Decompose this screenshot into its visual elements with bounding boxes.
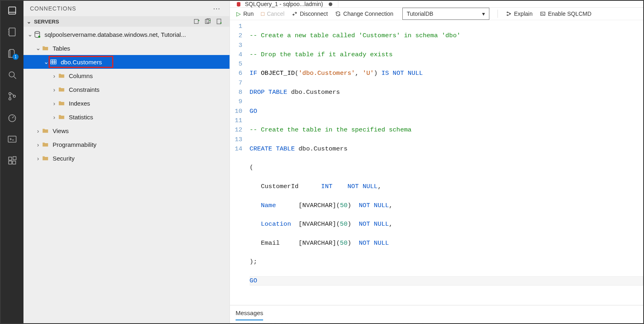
svg-rect-15 [9,161,12,164]
sqlcmd-icon [540,11,546,17]
message-timestamp: 12:16:03 PM [240,323,288,324]
stop-icon: □ [261,11,264,17]
folder-icon [57,99,66,107]
change-connection-icon [335,11,341,17]
explorer-badge: 1 [13,54,19,60]
highlight-annotation [49,56,113,68]
security-label: Security [53,155,74,162]
tab-title: SQLQuery_1 - sqlpoo...ladmin) [245,1,323,7]
line-number-gutter: 1234567891011121314 [230,20,250,297]
extensions-icon[interactable] [6,155,18,166]
server-node[interactable]: ⌄ sqlpoolservername.database.windows.net… [23,28,230,41]
messages-panel: Messages 12:16:03 PM Started executing q… [230,305,643,324]
security-node[interactable]: › Security [23,151,230,165]
columns-node[interactable]: › Columns [23,69,230,83]
disconnect-button[interactable]: Disconnect [292,11,328,17]
query-toolbar: ▷Run □Cancel Disconnect Change Connectio… [230,8,643,20]
new-group-icon[interactable] [204,18,212,25]
statistics-node[interactable]: › Statistics [23,110,230,124]
code-editor[interactable]: 1234567891011121314 -- Create a new tabl… [230,20,643,297]
svg-rect-21 [217,19,221,24]
enable-sqlcmd-button[interactable]: Enable SQLCMD [540,11,591,17]
views-node[interactable]: › Views [23,124,230,138]
folder-icon [41,127,49,135]
svg-rect-34 [540,12,545,15]
run-button[interactable]: ▷Run [236,11,254,17]
change-connection-button[interactable]: Change Connection [335,11,393,17]
database-icon [236,1,242,7]
indexes-label: Indexes [69,100,90,107]
disconnect-icon [292,11,298,17]
connections-tree: ⌄ sqlpoolservername.database.windows.net… [23,27,230,323]
tab-sqlquery1[interactable]: SQLQuery_1 - sqlpoo...ladmin) [230,1,338,7]
statistics-label: Statistics [69,114,93,121]
indexes-node[interactable]: › Indexes [23,96,230,110]
svg-point-6 [9,72,14,77]
views-label: Views [53,127,69,134]
programmability-node[interactable]: › Programmability [23,138,230,151]
cancel-button[interactable]: □Cancel [261,11,285,17]
svg-point-9 [9,98,11,100]
editor-area: SQLQuery_1 - sqlpoo...ladmin) ▷Run □Canc… [230,1,643,323]
folder-icon [57,113,66,121]
svg-point-22 [220,22,221,23]
new-connection-icon[interactable] [193,18,200,25]
explorer-icon[interactable]: 1 [6,48,18,59]
svg-rect-14 [9,157,12,160]
svg-point-33 [510,13,510,14]
programmability-label: Programmability [53,141,96,148]
play-icon: ▷ [236,11,241,17]
terminal-icon[interactable] [6,133,18,145]
server-label: sqlpoolservername.database.windows.net, … [45,31,186,38]
messages-body: 12:16:03 PM Started executing query at L… [230,320,643,324]
sidebar-title: CONNECTIONS [30,5,76,12]
folder-icon [57,85,66,93]
separator [497,10,498,18]
svg-point-31 [507,12,508,13]
columns-label: Columns [69,72,93,79]
activity-bar: 1 [1,1,23,323]
svg-rect-18 [194,19,198,24]
servers-label: SERVERS [34,19,59,25]
tab-dirty-indicator [329,2,332,6]
code-content[interactable]: -- Create a new table called 'Customers'… [250,20,643,297]
tab-bar: SQLQuery_1 - sqlpoo...ladmin) [230,1,643,8]
customers-table-node[interactable]: ⌄ dbo.Customers [23,55,230,69]
folder-icon [41,154,49,162]
servers-section-header[interactable]: ⌄ SERVERS [23,16,230,27]
server-icon [33,30,41,38]
svg-point-8 [9,93,11,95]
messages-tab[interactable]: Messages [236,309,263,320]
constraints-node[interactable]: › Constraints [23,83,230,96]
source-control-icon[interactable] [6,91,18,102]
sidebar-more-icon[interactable]: ⋯ [210,4,223,13]
folder-icon [57,72,66,80]
database-select[interactable]: TutorialDB▾ [402,8,489,20]
explain-button[interactable]: Explain [506,11,533,17]
connections-sidebar: CONNECTIONS ⋯ ⌄ SERVERS ⌄ sqlpoolservern… [23,1,230,323]
svg-point-23 [35,32,40,34]
svg-rect-2 [9,28,15,36]
message-link[interactable]: Started executing query at Line 1 [300,323,425,324]
constraints-label: Constraints [69,86,100,93]
tables-node[interactable]: ⌄ Tables [23,41,230,55]
svg-rect-0 [9,7,15,14]
servers-icon[interactable] [6,5,18,16]
new-query-icon[interactable] [216,18,223,25]
svg-rect-16 [13,161,16,164]
notebook-icon[interactable] [6,26,18,38]
svg-point-24 [38,36,40,38]
svg-point-32 [507,15,508,15]
dashboard-icon[interactable] [6,112,18,123]
explain-icon [506,11,512,17]
search-icon[interactable] [6,69,18,80]
svg-rect-12 [8,136,16,142]
chevron-down-icon: ▾ [482,11,485,17]
tables-label: Tables [53,45,70,52]
svg-line-7 [14,76,16,78]
svg-rect-17 [13,157,16,160]
folder-icon [41,44,49,52]
folder-icon [41,140,49,148]
